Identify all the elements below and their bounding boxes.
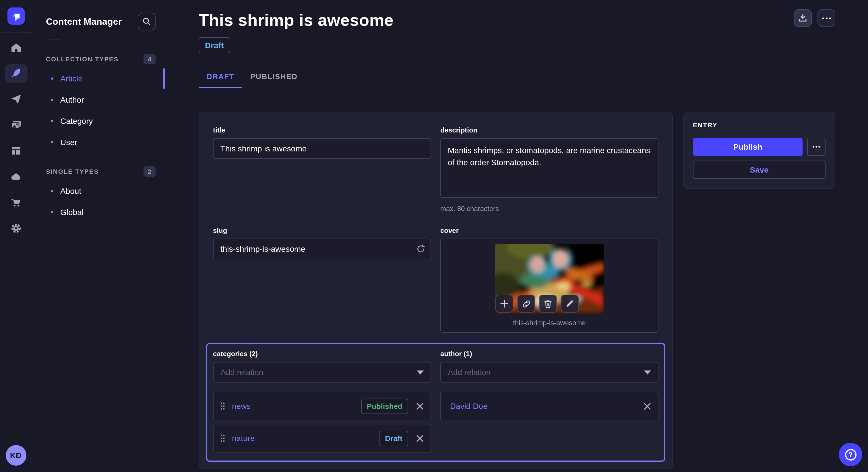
page-title: This shrimp is awesome bbox=[198, 8, 794, 32]
more-options-icon bbox=[812, 146, 820, 148]
relation-status-badge: Draft bbox=[379, 430, 408, 446]
remove-relation-button[interactable] bbox=[644, 402, 651, 410]
user-avatar[interactable]: KD bbox=[5, 445, 26, 466]
chevron-down-icon bbox=[644, 370, 651, 374]
close-icon bbox=[416, 402, 424, 410]
relation-item-news: news Published bbox=[213, 392, 431, 420]
add-icon bbox=[500, 299, 508, 308]
relation-item-nature: nature Draft bbox=[213, 424, 431, 452]
sidebar-item-article[interactable]: Article bbox=[32, 68, 165, 89]
slug-input[interactable] bbox=[213, 239, 431, 259]
bullet-icon bbox=[51, 211, 53, 213]
status-badge: Draft bbox=[198, 37, 230, 53]
cover-caption: this-shrimp-is-awesome bbox=[513, 319, 586, 327]
strapi-logo[interactable] bbox=[7, 7, 24, 25]
section-count-badge: 2 bbox=[144, 166, 156, 177]
app-window: KD Content Manager COLLECTION TYPES 4 Ar… bbox=[0, 0, 868, 472]
content-type-icon[interactable] bbox=[4, 142, 27, 160]
copy-link-button[interactable] bbox=[517, 295, 535, 312]
author-field: author (1) Add relation David Doe bbox=[440, 350, 658, 420]
sidebar-item-user[interactable]: User bbox=[32, 131, 165, 153]
download-button[interactable] bbox=[794, 9, 812, 27]
categories-field: categories (2) Add relation news Pub bbox=[213, 350, 431, 452]
single-types-section: SINGLE TYPES 2 About Global bbox=[32, 166, 165, 223]
question-mark-icon: ? bbox=[845, 449, 856, 460]
delete-icon bbox=[544, 299, 552, 308]
relation-link[interactable]: nature bbox=[232, 434, 379, 443]
relations-group-highlight: categories (2) Add relation news Pub bbox=[206, 343, 665, 462]
delete-asset-button[interactable] bbox=[539, 295, 557, 312]
relation-item-david-doe: David Doe bbox=[440, 392, 658, 420]
save-button[interactable]: Save bbox=[693, 161, 826, 179]
close-icon bbox=[644, 402, 651, 410]
strapi-logo-icon bbox=[9, 10, 22, 22]
title-label: title bbox=[213, 126, 431, 134]
select-placeholder: Add relation bbox=[220, 368, 417, 377]
entry-panel-title: ENTRY bbox=[693, 122, 826, 129]
categories-label: categories (2) bbox=[213, 350, 431, 358]
categories-relation-select[interactable]: Add relation bbox=[213, 362, 431, 382]
chevron-down-icon bbox=[417, 370, 424, 374]
author-relation-select[interactable]: Add relation bbox=[440, 362, 658, 382]
copy-link-icon bbox=[522, 299, 531, 308]
search-icon bbox=[142, 16, 152, 26]
more-options-icon bbox=[822, 17, 831, 19]
entry-more-options-button[interactable] bbox=[807, 138, 826, 156]
help-button[interactable]: ? bbox=[839, 443, 862, 466]
content-manager-sidebar: Content Manager COLLECTION TYPES 4 Artic… bbox=[32, 0, 165, 472]
description-field: description Mantis shrimps, or stomatopo… bbox=[440, 126, 658, 213]
rail-nav bbox=[4, 38, 27, 237]
cover-label: cover bbox=[440, 227, 658, 235]
bullet-icon bbox=[51, 77, 53, 79]
publish-button[interactable]: Publish bbox=[693, 138, 803, 156]
drag-handle-icon[interactable] bbox=[220, 402, 225, 410]
edit-form-card: title description Mantis shrimps, or sto… bbox=[198, 112, 673, 469]
sidebar-item-author[interactable]: Author bbox=[32, 89, 165, 110]
drag-handle-icon[interactable] bbox=[220, 434, 225, 442]
rail-divider bbox=[0, 32, 32, 33]
bullet-icon bbox=[51, 190, 53, 192]
icon-rail: KD bbox=[0, 0, 32, 472]
sidebar-scrollbar-thumb[interactable] bbox=[163, 68, 165, 89]
relation-status-badge: Published bbox=[361, 398, 408, 414]
marketplace-cart-icon[interactable] bbox=[4, 193, 27, 212]
sidebar-item-category[interactable]: Category bbox=[32, 110, 165, 131]
sidebar-item-about[interactable]: About bbox=[32, 180, 165, 201]
collection-types-section: COLLECTION TYPES 4 Article Author Catego… bbox=[32, 54, 165, 153]
slug-field: slug bbox=[213, 227, 431, 333]
bullet-icon bbox=[51, 141, 53, 143]
bullet-icon bbox=[51, 120, 53, 122]
bullet-icon bbox=[51, 98, 53, 101]
send-icon[interactable] bbox=[4, 90, 27, 108]
sidebar-divider bbox=[46, 40, 60, 40]
edit-icon bbox=[565, 299, 574, 308]
cover-asset-box: this-shrimp-is-awesome bbox=[440, 239, 658, 333]
remove-relation-button[interactable] bbox=[416, 402, 424, 410]
refresh-icon[interactable] bbox=[416, 244, 425, 254]
settings-gear-icon[interactable] bbox=[4, 219, 27, 237]
cover-actions bbox=[495, 295, 579, 312]
tab-draft[interactable]: DRAFT bbox=[198, 69, 242, 88]
download-icon bbox=[798, 13, 808, 23]
media-icon[interactable] bbox=[4, 116, 27, 134]
section-label: COLLECTION TYPES bbox=[46, 56, 119, 63]
edit-asset-button[interactable] bbox=[561, 295, 579, 312]
sidebar-item-global[interactable]: Global bbox=[32, 201, 165, 223]
relation-link[interactable]: news bbox=[232, 401, 361, 411]
entry-panel: ENTRY Publish Save bbox=[683, 112, 835, 189]
title-field: title bbox=[213, 126, 431, 213]
title-input[interactable] bbox=[213, 138, 431, 159]
home-icon[interactable] bbox=[4, 38, 27, 57]
add-asset-button[interactable] bbox=[495, 295, 513, 312]
author-label: author (1) bbox=[440, 350, 658, 358]
remove-relation-button[interactable] bbox=[416, 434, 424, 442]
feather-icon[interactable] bbox=[4, 64, 27, 82]
description-textarea[interactable]: Mantis shrimps, or stomatopods, are mari… bbox=[440, 138, 658, 198]
more-options-button[interactable] bbox=[817, 9, 835, 27]
relation-link[interactable]: David Doe bbox=[450, 401, 636, 411]
search-button[interactable] bbox=[138, 12, 156, 30]
sidebar-title: Content Manager bbox=[46, 16, 122, 27]
description-label: description bbox=[440, 126, 658, 134]
cloud-icon[interactable] bbox=[4, 167, 27, 186]
tab-published[interactable]: PUBLISHED bbox=[242, 69, 306, 88]
